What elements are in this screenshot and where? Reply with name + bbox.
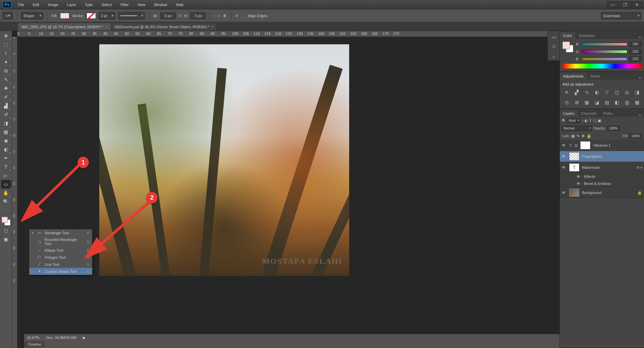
- type-tool[interactable]: T: [1, 162, 11, 171]
- blend-mode-select[interactable]: Normal: [562, 126, 592, 131]
- path-select-tool[interactable]: ▷: [1, 171, 11, 180]
- arrange-icon[interactable]: ◧: [223, 13, 227, 18]
- lock-pos-icon[interactable]: ✥: [582, 134, 585, 138]
- tab-paths[interactable]: Paths: [600, 110, 616, 117]
- layer-row[interactable]: 👁▽⊡Vibrance 1: [560, 140, 644, 151]
- healing-tool[interactable]: ✚: [1, 84, 11, 93]
- eyedropper-tool[interactable]: ✎: [1, 75, 11, 84]
- exposure-icon[interactable]: ◐: [594, 89, 600, 96]
- stamp-tool[interactable]: ▟: [1, 101, 11, 110]
- menu-window[interactable]: Window: [150, 1, 171, 8]
- document-tab[interactable]: IMG_0081.JPG @ 16.7% (Copyrighted, RGB/8…: [18, 23, 111, 31]
- filter-pixel-icon[interactable]: ▫: [582, 119, 583, 123]
- stroke-width-select[interactable]: 3 pt: [99, 12, 115, 19]
- menu-file[interactable]: File: [14, 1, 28, 8]
- filter-adj-icon[interactable]: ◐: [585, 118, 588, 123]
- posterize-icon[interactable]: ▤: [604, 99, 610, 106]
- invert-icon[interactable]: ◪: [594, 99, 600, 106]
- layer-row[interactable]: 👁Effects: [560, 173, 644, 180]
- flyout-rectangle-tool[interactable]: ▪▭Rectangle ToolU: [29, 229, 92, 236]
- menu-edit[interactable]: Edit: [29, 1, 43, 8]
- levels-icon[interactable]: ▞: [574, 89, 580, 96]
- height-input[interactable]: [191, 12, 206, 19]
- spectrum-bar[interactable]: [562, 64, 641, 68]
- menu-type[interactable]: Type: [81, 1, 97, 8]
- tab-color[interactable]: Color: [560, 32, 575, 39]
- selective-icon[interactable]: ▩: [634, 99, 641, 106]
- properties-dock-icon[interactable]: ≡: [550, 53, 557, 60]
- magic-wand-tool[interactable]: ✦: [1, 58, 11, 66]
- filter-kind-select[interactable]: Kind: [567, 118, 581, 123]
- g-slider[interactable]: [582, 50, 627, 53]
- flyout-custom-shape-tool[interactable]: ✦Custom Shape ToolU: [29, 268, 92, 275]
- close-tab-icon[interactable]: ×: [106, 25, 108, 29]
- minimize-button[interactable]: —: [607, 1, 619, 8]
- hand-tool[interactable]: ✋: [1, 189, 11, 197]
- status-arrow-icon[interactable]: ▶: [83, 336, 86, 340]
- menu-layer[interactable]: Layer: [63, 1, 80, 8]
- timeline-tab[interactable]: Timeline: [24, 341, 45, 347]
- path-ops-icon[interactable]: ▫: [214, 14, 216, 18]
- filter-shape-icon[interactable]: ▢: [593, 118, 596, 123]
- flyout-polygon-tool[interactable]: ⬠Polygon ToolU: [29, 254, 92, 261]
- close-button[interactable]: ✕: [631, 1, 643, 8]
- brush-tool[interactable]: ✐: [1, 93, 11, 101]
- flyout-line-tool[interactable]: ╱Line ToolU: [29, 261, 92, 268]
- menu-select[interactable]: Select: [98, 1, 116, 8]
- color-swatches[interactable]: [1, 216, 11, 226]
- filter-type-icon[interactable]: T: [589, 119, 592, 123]
- zoom-tool[interactable]: 🔍: [1, 197, 11, 206]
- g-value[interactable]: 229: [629, 49, 641, 54]
- quickmask-icon[interactable]: ◻: [1, 226, 11, 235]
- screenmode-icon[interactable]: ▣: [1, 235, 11, 244]
- close-tab-icon[interactable]: ×: [211, 25, 213, 29]
- flyout-ellipse-tool[interactable]: ○Ellipse ToolU: [29, 247, 92, 254]
- lock-all-icon[interactable]: 🔒: [587, 134, 591, 138]
- width-input[interactable]: [160, 12, 176, 19]
- pen-tool[interactable]: ✒: [1, 154, 11, 162]
- eraser-tool[interactable]: ◨: [1, 119, 11, 128]
- curves-icon[interactable]: ∿: [584, 89, 590, 96]
- align-edges-checkbox[interactable]: ✓: [241, 14, 245, 18]
- menu-image[interactable]: Image: [44, 1, 62, 8]
- bw-icon[interactable]: ◨: [634, 89, 641, 96]
- edit-toolbar-icon[interactable]: ⋯: [1, 206, 11, 215]
- fill-swatch[interactable]: [60, 13, 69, 19]
- r-value[interactable]: 245: [629, 42, 641, 47]
- color-fg-bg-swatch[interactable]: [562, 42, 573, 52]
- tab-adjustments[interactable]: Adjustments: [560, 73, 587, 80]
- panel-menu-icon[interactable]: ▾≡: [637, 36, 644, 39]
- opacity-input[interactable]: 100%: [607, 126, 620, 131]
- gradient-tool[interactable]: ▦: [1, 128, 11, 136]
- maximize-button[interactable]: ❐: [619, 1, 631, 8]
- tool-preset-icon[interactable]: ▭▾: [3, 12, 13, 19]
- vibrance-icon[interactable]: ▽: [604, 89, 610, 96]
- tab-channels[interactable]: Channels: [578, 110, 600, 117]
- history-dock-icon[interactable]: ◫: [550, 42, 557, 50]
- stroke-swatch[interactable]: [87, 13, 96, 19]
- mixer-icon[interactable]: ⊞: [574, 99, 580, 106]
- zoom-level[interactable]: 16.67%: [27, 336, 39, 340]
- b-value[interactable]: 229: [629, 56, 641, 62]
- r-slider[interactable]: [582, 43, 627, 46]
- layer-row[interactable]: 👁Copyrighted: [560, 151, 644, 162]
- workspace-select[interactable]: Essentials: [601, 12, 641, 19]
- brightness-icon[interactable]: ☀: [564, 89, 570, 96]
- tab-swatches[interactable]: Swatches: [575, 32, 598, 39]
- lookup-icon[interactable]: ▦: [584, 99, 590, 106]
- menu-view[interactable]: View: [133, 1, 150, 8]
- layer-row[interactable]: 👁Bevel & Emboss: [560, 180, 644, 187]
- balance-icon[interactable]: ⚖: [624, 89, 631, 96]
- panel-menu-icon[interactable]: ▾≡: [637, 76, 644, 80]
- lock-pixels-icon[interactable]: ✎: [577, 134, 580, 138]
- menu-help[interactable]: Help: [172, 1, 187, 8]
- layer-row[interactable]: 👁TWatermarkfx ▾: [560, 162, 644, 173]
- align-icon[interactable]: ≡: [218, 14, 220, 18]
- tab-layers[interactable]: Layers: [560, 110, 578, 117]
- menu-filter[interactable]: Filter: [116, 1, 132, 8]
- stroke-style-select[interactable]: [118, 12, 145, 19]
- dodge-tool[interactable]: ◐: [1, 145, 11, 154]
- photo-filter-icon[interactable]: ◎: [564, 99, 570, 106]
- threshold-icon[interactable]: ◧: [614, 99, 621, 106]
- marquee-tool[interactable]: ⬚: [1, 40, 11, 49]
